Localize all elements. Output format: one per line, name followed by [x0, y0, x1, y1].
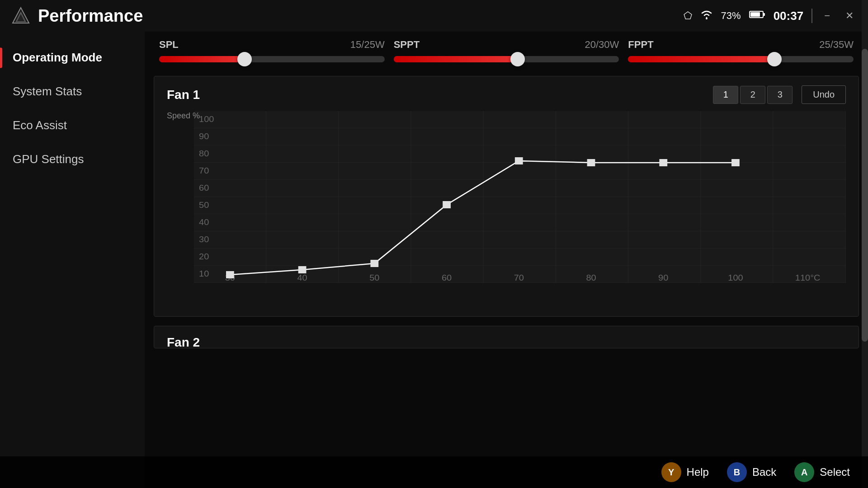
spl-slider-block: SPL 15/25W	[159, 39, 385, 62]
scrollbar-thumb[interactable]	[862, 49, 868, 342]
battery-icon	[749, 10, 765, 22]
fan1-chart[interactable]: 100 90 80 70 60 50 40 30 20 10 30 40 50 …	[194, 111, 846, 283]
svg-text:70: 70	[199, 166, 209, 175]
svg-text:110°C: 110°C	[795, 273, 821, 282]
fan1-title: Fan 1	[167, 88, 713, 102]
svg-text:100: 100	[199, 115, 214, 124]
clock: 00:37	[774, 9, 804, 23]
chart-point-100[interactable]	[731, 159, 740, 166]
titlebar-divider	[811, 9, 812, 23]
sppt-label: SPPT	[394, 39, 420, 51]
svg-text:10: 10	[199, 269, 209, 278]
wifi-icon	[700, 9, 713, 22]
chart-point-80[interactable]	[587, 159, 595, 166]
svg-text:90: 90	[658, 273, 668, 282]
y-axis-label: Speed %	[167, 111, 200, 121]
chart-point-30[interactable]	[226, 271, 234, 278]
content-area: SPL 15/25W SPPT 20/30W	[145, 32, 868, 488]
help-key-circle: Y	[661, 462, 681, 482]
sidebar-item-system-stats[interactable]: System Stats	[0, 75, 145, 108]
chart-point-90[interactable]	[659, 159, 667, 166]
sliders-section: SPL 15/25W SPPT 20/30W	[145, 32, 868, 71]
spl-track[interactable]	[159, 56, 385, 62]
svg-text:50: 50	[369, 273, 379, 282]
help-label: Help	[687, 466, 709, 479]
chart-point-60[interactable]	[443, 201, 451, 208]
help-action[interactable]: Y Help	[661, 462, 709, 482]
sidebar-item-operating-mode[interactable]: Operating Mode	[0, 41, 145, 75]
fppt-thumb[interactable]	[767, 52, 782, 66]
titlebar: Performance ⬠ 73% 00:37 − ✕	[0, 0, 868, 32]
fan1-chart-container: Speed % 100	[167, 111, 846, 307]
fppt-slider-block: FPPT 25/35W	[628, 39, 854, 62]
fppt-track[interactable]	[628, 56, 854, 62]
app-title: Performance	[38, 6, 143, 26]
fppt-value: 25/35W	[819, 39, 854, 51]
fan2-header: Fan 2	[167, 335, 846, 348]
svg-rect-5	[750, 12, 760, 17]
undo-button[interactable]: Undo	[802, 85, 846, 104]
fan1-tab-2[interactable]: 2	[740, 86, 765, 104]
select-label: Select	[820, 466, 850, 479]
svg-rect-11	[194, 111, 846, 283]
main-layout: Operating Mode System Stats Eco Assist G…	[0, 32, 868, 488]
back-key-circle: B	[727, 462, 747, 482]
spl-fill	[159, 56, 245, 62]
fan1-tabs: 1 2 3	[713, 86, 793, 104]
fan2-title: Fan 2	[167, 335, 846, 348]
svg-text:30: 30	[199, 235, 209, 244]
spl-label: SPL	[159, 39, 179, 51]
sppt-thumb[interactable]	[510, 52, 525, 66]
fan2-section: Fan 2	[154, 326, 859, 348]
sppt-value: 20/30W	[585, 39, 619, 51]
fan1-tab-1[interactable]: 1	[713, 86, 738, 104]
bluetooth-icon: ⬠	[684, 10, 692, 22]
svg-text:100: 100	[728, 273, 743, 282]
svg-point-3	[706, 18, 708, 19]
sidebar-item-eco-assist[interactable]: Eco Assist	[0, 108, 145, 142]
chart-point-70[interactable]	[515, 157, 523, 164]
close-button[interactable]: ✕	[842, 8, 857, 23]
spl-value: 15/25W	[350, 39, 385, 51]
app-logo	[11, 6, 31, 26]
chart-point-50[interactable]	[370, 260, 378, 267]
svg-text:40: 40	[297, 273, 307, 282]
bottom-bar: Y Help B Back A Select	[0, 456, 868, 488]
svg-text:60: 60	[199, 183, 209, 192]
svg-text:80: 80	[586, 273, 596, 282]
back-action[interactable]: B Back	[727, 462, 776, 482]
sidebar: Operating Mode System Stats Eco Assist G…	[0, 32, 145, 488]
sppt-slider-block: SPPT 20/30W	[394, 39, 619, 62]
svg-text:40: 40	[199, 218, 209, 227]
select-action[interactable]: A Select	[794, 462, 850, 482]
minimize-button[interactable]: −	[821, 8, 834, 23]
battery-percent: 73%	[721, 10, 741, 22]
svg-text:70: 70	[514, 273, 524, 282]
sidebar-item-gpu-settings[interactable]: GPU Settings	[0, 142, 145, 176]
titlebar-right: ⬠ 73% 00:37 − ✕	[684, 8, 857, 23]
svg-rect-6	[763, 13, 765, 16]
svg-text:90: 90	[199, 132, 209, 141]
back-label: Back	[752, 466, 776, 479]
svg-text:50: 50	[199, 201, 209, 210]
sppt-track[interactable]	[394, 56, 619, 62]
select-key-circle: A	[794, 462, 814, 482]
chart-point-40[interactable]	[298, 266, 307, 273]
back-key: B	[734, 467, 740, 478]
fppt-fill	[628, 56, 774, 62]
fan1-header: Fan 1 1 2 3 Undo	[167, 85, 846, 104]
svg-text:80: 80	[199, 149, 209, 158]
sppt-fill	[394, 56, 518, 62]
fan1-tab-3[interactable]: 3	[767, 86, 793, 104]
help-key: Y	[668, 467, 674, 478]
fan1-section: Fan 1 1 2 3 Undo Speed %	[154, 76, 859, 317]
svg-text:60: 60	[442, 273, 452, 282]
fppt-label: FPPT	[628, 39, 653, 51]
svg-text:20: 20	[199, 252, 209, 261]
scrollbar[interactable]	[862, 0, 868, 488]
select-key: A	[801, 467, 807, 478]
spl-thumb[interactable]	[237, 52, 252, 66]
